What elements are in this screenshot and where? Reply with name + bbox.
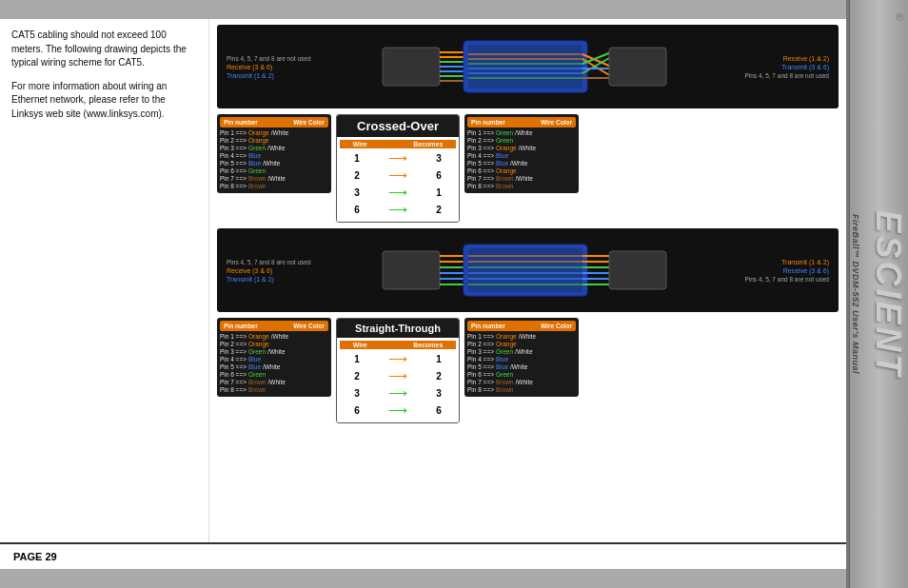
pin-row: Pin 1 ==>Orange/White <box>220 333 328 340</box>
pin-row: Pin 8 ==>Brown <box>220 386 328 393</box>
page-footer: PAGE 29 <box>0 542 846 569</box>
pin-row: Pin 5 ==>Blue/White <box>220 160 328 167</box>
top-decoration <box>0 0 846 19</box>
pin-table-straight-right-header: Pin number Wire Color <box>467 321 576 331</box>
crossover-tables-row: Pin number Wire Color Pin 1 ==>Orange/Wh… <box>217 114 839 223</box>
pin-row: Pin 7 ==>Brown/White <box>467 379 576 385</box>
brand-model: FireBall™ DVDM-552 User's Manual <box>851 214 860 374</box>
crossover-row-3: 3 ⟶ 1 <box>340 185 456 200</box>
pin-row: Pin 5 ==>Blue/White <box>220 363 328 370</box>
svg-rect-9 <box>468 45 582 88</box>
svg-rect-23 <box>383 251 440 289</box>
pin-row: Pin 4 ==>Blue <box>467 356 576 363</box>
crossover-row-2: 2 ⟶ 6 <box>340 167 456 183</box>
straight-row-2: 2 ⟶ 2 <box>340 368 456 383</box>
bottom-right-transmit: Transmit (1 & 2) <box>734 259 829 265</box>
cable-top-left-labels: Pins 4, 5, 7 and 8 are not used Receive … <box>227 55 317 79</box>
crossover-center-box: Crossed-Over Wire Becomes 1 ⟶ 3 <box>336 114 460 223</box>
pins-not-used-label: Pins 4, 5, 7 and 8 are not used <box>227 55 317 62</box>
cable-bottom-right-labels: Transmit (1 & 2) Receive (3 & 6) Pins 4,… <box>734 259 829 283</box>
pin-row: Pin 3 ==>Green/White <box>220 348 328 355</box>
bottom-decoration <box>0 569 846 588</box>
straight-row-4: 6 ⟶ 6 <box>340 402 456 418</box>
sidebar-content: ESCIENT FireBall™ DVDM-552 User's Manual <box>851 32 908 556</box>
left-text-column: CAT5 cabling should not exceed 100 meter… <box>0 19 209 542</box>
straight-row-3: 3 ⟶ 3 <box>340 385 456 401</box>
bottom-right-not-used: Pins 4, 5, 7 and 8 are not used <box>734 276 829 283</box>
svg-rect-31 <box>468 248 582 292</box>
brand-sidebar: ® ESCIENT FireBall™ DVDM-552 User's Manu… <box>849 0 908 588</box>
crossover-cable-diagram: Pins 4, 5, 7 and 8 are not used Receive … <box>217 25 839 108</box>
pin-row: Pin 4 ==>Blue <box>220 152 328 159</box>
crossover-inner: Wire Becomes 1 ⟶ 3 2 ⟶ <box>337 137 459 222</box>
bottom-pins-not-used: Pins 4, 5, 7 and 8 are not used <box>227 259 317 265</box>
pin-row: Pin 8 ==>Brown <box>467 183 576 189</box>
svg-rect-0 <box>383 48 440 86</box>
crossover-sub-header: Wire Becomes <box>340 140 456 148</box>
pin-row: Pin 3 ==>Orange/White <box>467 145 576 151</box>
pin-row: Pin 7 ==>Brown/White <box>220 175 328 182</box>
pin-row: Pin 2 ==>Orange <box>220 137 328 144</box>
crossover-title: Crossed-Over <box>337 115 459 137</box>
text-para2: For more information about wiring an Eth… <box>11 80 197 122</box>
cable-svg-bottom <box>317 237 734 304</box>
cable-bottom-left-labels: Pins 4, 5, 7 and 8 are not used Receive … <box>227 259 317 283</box>
bottom-triangle <box>397 569 450 588</box>
pin-table-right-crossover: Pin number Wire Color Pin 1 ==>Green/Whi… <box>464 114 579 193</box>
cable-top-right-labels: Receive (1 & 2) Transmit (3 & 6) Pins 4,… <box>734 55 829 79</box>
svg-rect-22 <box>609 48 666 86</box>
pin-row: Pin 5 ==>Blue/White <box>467 160 576 167</box>
pin-row: Pin 7 ==>Brown/White <box>467 175 576 182</box>
pin-row: Pin 3 ==>Green/White <box>220 145 328 151</box>
pin-row: Pin 1 ==>Green/White <box>467 129 576 136</box>
cable-visual-bottom <box>317 237 734 304</box>
brand-name: ESCIENT <box>868 209 908 378</box>
transmit-label: Transmit (1 & 2) <box>227 72 317 79</box>
straight-row-1: 1 ⟶ 1 <box>340 351 456 366</box>
page-inner: CAT5 cabling should not exceed 100 meter… <box>0 0 849 588</box>
pin-row: Pin 4 ==>Blue <box>220 356 328 363</box>
pin-table-left-straight: Pin number Wire Color Pin 1 ==>Orange/Wh… <box>217 318 331 397</box>
pin-table-left-crossover: Pin number Wire Color Pin 1 ==>Orange/Wh… <box>217 114 331 193</box>
pin-row: Pin 2 ==>Green <box>467 137 576 144</box>
pin-row: Pin 7 ==>Brown/White <box>220 379 328 385</box>
text-para1: CAT5 cabling should not exceed 100 meter… <box>11 29 197 70</box>
straight-title: Straight-Through <box>337 319 459 338</box>
pin-row: Pin 3 ==>Green/White <box>467 348 576 355</box>
pin-row: Pin 1 ==>Orange/White <box>467 333 576 340</box>
straight-center-box: Straight-Through Wire Becomes 1 ⟶ 1 <box>336 318 460 423</box>
bottom-right-receive: Receive (3 & 6) <box>734 267 829 274</box>
pin-table-right-header: Pin number Wire Color <box>467 117 576 127</box>
right-not-used-label: Pins 4, 5, 7 and 8 are not used <box>734 72 829 79</box>
straight-inner: Wire Becomes 1 ⟶ 1 2 ⟶ <box>337 338 459 422</box>
straight-tables-row: Pin number Wire Color Pin 1 ==>Orange/Wh… <box>217 318 839 423</box>
pin-row: Pin 2 ==>Orange <box>467 341 576 347</box>
bottom-transmit-label: Transmit (1 & 2) <box>227 276 317 283</box>
pin-row: Pin 6 ==>Green <box>467 371 576 378</box>
cable-svg-top <box>317 33 734 100</box>
pin-row: Pin 6 ==>Green <box>220 371 328 378</box>
pin-row: Pin 2 ==>Orange <box>220 341 328 347</box>
receive-label: Receive (3 & 6) <box>227 64 317 70</box>
crossover-row-1: 1 ⟶ 3 <box>340 150 456 166</box>
pin-row: Pin 6 ==>Orange <box>467 167 576 174</box>
page-number: PAGE 29 <box>13 551 57 562</box>
registered-mark: ® <box>896 11 903 23</box>
diagrams-column: Pins 4, 5, 7 and 8 are not used Receive … <box>209 19 846 542</box>
right-receive-label: Receive (1 & 2) <box>734 55 829 62</box>
right-transmit-label: Transmit (3 & 6) <box>734 64 829 70</box>
cable-visual-top <box>317 33 734 100</box>
pin-row: Pin 8 ==>Brown <box>467 386 576 393</box>
bottom-receive-label: Receive (3 & 6) <box>227 267 317 274</box>
pin-row: Pin 1 ==>Orange/White <box>220 129 328 136</box>
full-page: CAT5 cabling should not exceed 100 meter… <box>0 0 908 588</box>
crossover-row-4: 6 ⟶ 2 <box>340 202 456 217</box>
svg-rect-44 <box>609 251 666 289</box>
pin-table-straight-left-header: Pin number Wire Color <box>220 321 328 331</box>
top-triangle <box>397 0 450 19</box>
pin-row: Pin 5 ==>Blue/White <box>467 363 576 370</box>
page-main: CAT5 cabling should not exceed 100 meter… <box>0 19 846 542</box>
pin-row: Pin 8 ==>Brown <box>220 183 328 189</box>
pin-table-left-header: Pin number Wire Color <box>220 117 328 127</box>
pin-table-right-straight: Pin number Wire Color Pin 1 ==>Orange/Wh… <box>464 318 579 397</box>
